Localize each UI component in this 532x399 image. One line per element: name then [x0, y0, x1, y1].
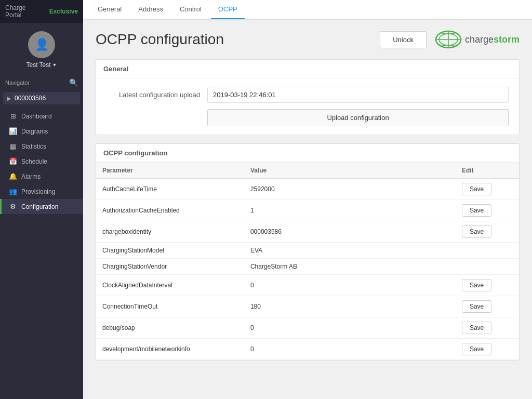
- param-cell: debug/soap: [96, 317, 244, 339]
- general-card-body: Latest configuration upload Upload confi…: [96, 78, 519, 135]
- edit-cell: Save: [456, 317, 519, 339]
- save-button[interactable]: Save: [462, 322, 491, 334]
- sidebar-item-label: Dashboard: [21, 113, 52, 120]
- table-row: AuthCacheLifeTime2592000Save: [96, 179, 519, 200]
- save-button[interactable]: Save: [462, 225, 491, 238]
- table-row: development/mobilenetworkinfo0Save: [96, 339, 519, 360]
- unlock-button[interactable]: Unlock: [380, 31, 427, 48]
- alarms-icon: 🔔: [9, 172, 17, 180]
- value-cell: wss://www.oamportal.com/Ocpp/websocket: [244, 360, 456, 361]
- table-row: ConnectionTimeOut180Save: [96, 296, 519, 317]
- param-cell: development/mobilenetworkinfo: [96, 339, 244, 360]
- upload-label: Latest configuration upload: [107, 91, 200, 99]
- upload-row: Latest configuration upload: [107, 87, 509, 103]
- sidebar-item-label: Configuration: [21, 203, 58, 210]
- main-content: General Address Control OCPP OCPP config…: [83, 0, 532, 399]
- dashboard-icon: ⊞: [9, 112, 17, 120]
- page-header: OCPP configuration Unlock chargestorm: [96, 30, 520, 49]
- upload-value-input[interactable]: [207, 87, 509, 103]
- configuration-icon: ⚙: [9, 203, 17, 210]
- table-head: Parameter Value Edit: [96, 163, 519, 179]
- chargestorm-logo-icon: [435, 30, 462, 49]
- value-cell: EVA: [244, 243, 456, 259]
- table-row: debug/soap0Save: [96, 317, 519, 339]
- table-row: ClockAlignedDataInterval0Save: [96, 275, 519, 296]
- sidebar-item-label: Schedule: [21, 158, 47, 165]
- table-row: endpointwss://www.oamportal.com/Ocpp/web…: [96, 360, 519, 361]
- value-cell: 000003586: [244, 221, 456, 243]
- sidebar-header: Charge Portal Exclusive: [0, 0, 83, 23]
- save-button[interactable]: Save: [462, 300, 491, 313]
- schedule-icon: 📅: [9, 157, 17, 165]
- ocpp-config-card: OCPP configuration Parameter Value Edit …: [96, 143, 520, 361]
- edit-cell: Save: [456, 275, 519, 296]
- general-card: General Latest configuration upload Uplo…: [96, 59, 520, 135]
- sidebar-item-dashboard[interactable]: ⊞ Dashboard: [0, 109, 83, 124]
- brand-highlight: Exclusive: [49, 8, 78, 15]
- sidebar-nav: ⊞ Dashboard 📊 Diagrams ▦ Statistics 📅 Sc…: [0, 109, 83, 214]
- edit-cell: Save: [456, 360, 519, 361]
- top-tabs: General Address Control OCPP: [83, 0, 532, 20]
- value-cell: 0: [244, 339, 456, 360]
- value-cell: 2592000: [244, 179, 456, 200]
- value-cell: ChargeStorm AB: [244, 259, 456, 275]
- username-display[interactable]: Test Test ▼: [26, 61, 57, 69]
- device-item[interactable]: ▶ 000003586: [3, 92, 80, 104]
- sidebar-item-statistics[interactable]: ▦ Statistics: [0, 139, 83, 154]
- save-button[interactable]: Save: [462, 279, 491, 291]
- search-icon[interactable]: 🔍: [69, 78, 78, 87]
- logo-area: chargestorm: [435, 30, 520, 49]
- save-button[interactable]: Save: [462, 183, 491, 195]
- ocpp-table: Parameter Value Edit AuthCacheLifeTime25…: [96, 163, 519, 360]
- value-cell: 180: [244, 296, 456, 317]
- sidebar-item-label: Provisioning: [21, 188, 55, 195]
- table-row: ChargingStationModelEVA: [96, 243, 519, 259]
- param-cell: AuthCacheLifeTime: [96, 179, 244, 200]
- sidebar-item-label: Statistics: [21, 143, 46, 150]
- param-cell: chargeboxidentity: [96, 221, 244, 243]
- sidebar-item-diagrams[interactable]: 📊 Diagrams: [0, 124, 83, 139]
- table-scroll-inner[interactable]: Parameter Value Edit AuthCacheLifeTime25…: [96, 163, 519, 360]
- caret-icon: ▼: [52, 62, 57, 68]
- sidebar: Charge Portal Exclusive 👤 Test Test ▼ Na…: [0, 0, 83, 399]
- tab-control[interactable]: Control: [172, 0, 209, 19]
- avatar: 👤: [28, 31, 55, 58]
- sidebar-item-configuration[interactable]: ⚙ Configuration: [0, 199, 83, 214]
- ocpp-config-header: OCPP configuration: [96, 144, 519, 163]
- table-header-row: Parameter Value Edit: [96, 163, 519, 179]
- param-cell: ConnectionTimeOut: [96, 296, 244, 317]
- param-cell: ClockAlignedDataInterval: [96, 275, 244, 296]
- edit-cell: Save: [456, 221, 519, 243]
- tab-ocpp[interactable]: OCPP: [211, 0, 245, 19]
- expand-icon: ▶: [7, 96, 11, 101]
- col-header-value: Value: [244, 163, 456, 179]
- sidebar-item-schedule[interactable]: 📅 Schedule: [0, 154, 83, 169]
- user-profile-section: 👤 Test Test ▼: [0, 23, 83, 74]
- table-row: AuthorizationCacheEnabled1Save: [96, 200, 519, 221]
- brand-name: Charge Portal: [5, 4, 43, 19]
- header-right: Unlock chargestorm: [380, 30, 520, 49]
- general-card-header: General: [96, 60, 519, 78]
- ocpp-table-body: AuthCacheLifeTime2592000SaveAuthorizatio…: [96, 179, 519, 361]
- navigator-label: Navigator: [5, 79, 30, 86]
- save-button[interactable]: Save: [462, 343, 491, 355]
- navigator-bar: Navigator 🔍: [0, 74, 83, 91]
- edit-cell: Save: [456, 296, 519, 317]
- page-title: OCPP configuration: [96, 31, 224, 48]
- table-row: ChargingStationVendorChargeStorm AB: [96, 259, 519, 275]
- param-cell: ChargingStationModel: [96, 243, 244, 259]
- sidebar-item-label: Diagrams: [21, 128, 48, 135]
- edit-cell: [456, 259, 519, 275]
- sidebar-item-label: Alarms: [21, 173, 41, 180]
- sidebar-item-alarms[interactable]: 🔔 Alarms: [0, 169, 83, 184]
- tab-general[interactable]: General: [90, 0, 129, 19]
- device-id-label: 000003586: [15, 95, 46, 102]
- value-cell: 0: [244, 317, 456, 339]
- edit-cell: Save: [456, 339, 519, 360]
- sidebar-item-provisioning[interactable]: 👥 Provisioning: [0, 184, 83, 199]
- value-cell: 1: [244, 200, 456, 221]
- upload-configuration-button[interactable]: Upload configuration: [207, 109, 509, 126]
- save-button[interactable]: Save: [462, 204, 491, 217]
- tab-address[interactable]: Address: [131, 0, 170, 19]
- table-scroll-wrap: Parameter Value Edit AuthCacheLifeTime25…: [96, 163, 519, 360]
